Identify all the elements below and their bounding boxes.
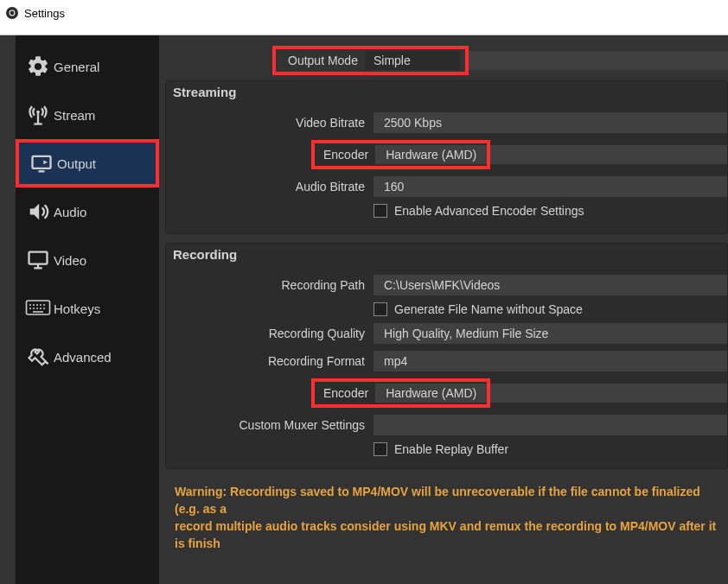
recording-encoder-label: Encoder: [323, 386, 375, 400]
gear-icon: [22, 54, 54, 79]
sidebar-item-label: Advanced: [54, 350, 112, 365]
custom-muxer-label: Custom Muxer Settings: [166, 418, 374, 432]
sidebar-item-output[interactable]: Output: [16, 139, 159, 187]
content-panel: Output Mode Simple Streaming Video Bitra…: [159, 35, 728, 584]
sidebar-item-advanced[interactable]: Advanced: [16, 333, 159, 381]
custom-muxer-input[interactable]: [374, 415, 727, 435]
recording-format-select[interactable]: mp4: [374, 351, 727, 371]
sidebar-item-label: Hotkeys: [54, 302, 100, 316]
sidebar-item-label: General: [54, 60, 99, 74]
output-mode-select[interactable]: Simple: [365, 51, 460, 70]
streaming-title: Streaming: [173, 85, 236, 99]
recording-warning: Warning: Recordings saved to MP4/MOV wil…: [175, 483, 728, 552]
keyboard-icon: [22, 299, 54, 318]
recording-title: Recording: [173, 247, 237, 262]
sidebar-item-label: Video: [54, 253, 86, 268]
streaming-encoder-select-rest[interactable]: [490, 145, 727, 164]
antenna-icon: [22, 103, 54, 127]
filename-space-checkbox[interactable]: [374, 302, 387, 316]
output-mode-block: Output Mode Simple: [272, 46, 469, 75]
streaming-encoder-label: Encoder: [323, 148, 375, 162]
video-bitrate-input[interactable]: 2500 Kbps: [374, 112, 727, 133]
recording-encoder-highlight: Encoder Hardware (AMD): [311, 378, 490, 408]
sidebar-item-audio[interactable]: Audio: [16, 187, 159, 236]
replay-buffer-checkbox[interactable]: [374, 442, 387, 456]
left-gutter: [0, 35, 16, 584]
svg-rect-7: [39, 170, 45, 172]
output-mode-label: Output Mode: [288, 54, 358, 67]
sidebar-item-video[interactable]: Video: [16, 236, 159, 284]
streaming-group: Streaming Video Bitrate 2500 Kbps Encode…: [165, 80, 728, 234]
streaming-encoder-highlight: Encoder Hardware (AMD): [311, 140, 490, 169]
sidebar-item-label: Stream: [54, 108, 95, 123]
recording-encoder-select-rest[interactable]: [490, 384, 727, 403]
svg-point-2: [10, 11, 15, 16]
output-mode-select-rest[interactable]: [469, 51, 728, 70]
svg-rect-8: [29, 252, 48, 264]
recording-format-label: Recording Format: [166, 354, 374, 368]
video-bitrate-label: Video Bitrate: [166, 116, 374, 130]
recording-group: Recording Recording Path C:\Users\MFK\Vi…: [165, 243, 728, 469]
streaming-encoder-select[interactable]: Hardware (AMD): [375, 145, 487, 164]
sidebar-item-label: Output: [57, 156, 96, 171]
advanced-encoder-checkbox-label: Enable Advanced Encoder Settings: [394, 204, 584, 218]
audio-bitrate-select[interactable]: 160: [374, 176, 727, 197]
output-icon: [26, 151, 57, 175]
window-title: Settings: [24, 7, 65, 20]
recording-path-input[interactable]: C:\Users\MFK\Videos: [374, 275, 727, 295]
filename-space-checkbox-label: Generate File Name without Space: [394, 302, 583, 316]
sidebar-item-stream[interactable]: Stream: [16, 91, 159, 139]
advanced-encoder-checkbox[interactable]: [374, 204, 387, 218]
sidebar-item-label: Audio: [54, 205, 86, 219]
recording-path-label: Recording Path: [166, 278, 374, 292]
audio-icon: [22, 200, 54, 224]
recording-quality-label: Recording Quality: [166, 327, 374, 340]
audio-bitrate-label: Audio Bitrate: [166, 180, 374, 194]
replay-buffer-checkbox-label: Enable Replay Buffer: [394, 442, 508, 456]
sidebar: General Stream Output Audio Video: [16, 35, 159, 584]
title-bar: Settings: [0, 0, 728, 26]
recording-encoder-select[interactable]: Hardware (AMD): [375, 384, 487, 403]
svg-rect-6: [33, 156, 51, 168]
app-icon: [5, 6, 24, 20]
monitor-icon: [22, 248, 54, 272]
recording-quality-select[interactable]: High Quality, Medium File Size: [374, 323, 727, 344]
sidebar-item-hotkeys[interactable]: Hotkeys: [16, 284, 159, 333]
sidebar-item-general[interactable]: General: [16, 42, 159, 91]
tools-icon: [22, 345, 54, 369]
